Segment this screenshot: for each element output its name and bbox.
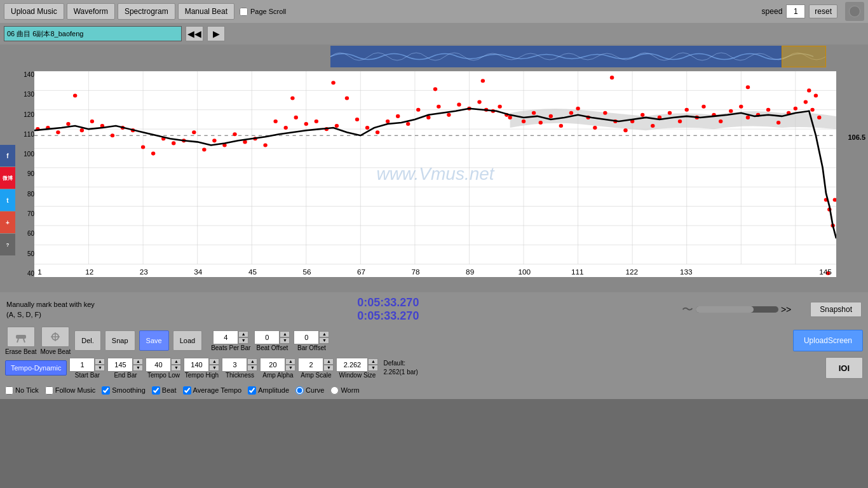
svg-point-66 <box>416 108 420 112</box>
tempo-high-group: ▲ ▼ Tempo High <box>184 358 219 379</box>
amp-scale-label: Amp Scale <box>301 372 331 379</box>
window-size-up[interactable]: ▲ <box>368 358 378 365</box>
average-tempo-checkbox[interactable] <box>183 386 191 395</box>
tempo-low-down[interactable]: ▼ <box>171 365 181 371</box>
svg-point-65 <box>406 122 410 126</box>
amp-alpha-down[interactable]: ▼ <box>285 365 295 371</box>
end-bar-input[interactable] <box>107 358 133 372</box>
curve-radio[interactable] <box>295 386 304 395</box>
move-beat-button[interactable] <box>41 327 69 347</box>
beat-checkbox[interactable] <box>152 386 160 395</box>
upload-music-button[interactable]: Upload Music <box>4 3 64 20</box>
amp-alpha-input[interactable] <box>260 358 285 372</box>
load-button[interactable]: Load <box>173 330 202 351</box>
page-scroll-checkbox[interactable] <box>240 8 248 16</box>
skip-back-button[interactable]: ◀◀ <box>186 26 203 41</box>
end-bar-down[interactable]: ▼ <box>133 365 143 371</box>
snap-button[interactable]: Snap <box>105 330 135 351</box>
help-social-icon[interactable]: ? <box>0 234 15 255</box>
amp-scale-down[interactable]: ▼ <box>323 365 334 371</box>
amp-scale-input[interactable] <box>298 358 323 372</box>
svg-point-54 <box>294 116 298 119</box>
svg-point-68 <box>437 105 440 109</box>
svg-point-64 <box>396 114 400 118</box>
svg-text:133: 133 <box>680 268 693 276</box>
svg-point-63 <box>386 119 390 123</box>
worm-radio[interactable] <box>330 386 339 395</box>
bar-offset-down[interactable]: ▼ <box>319 337 329 344</box>
twitter-icon[interactable]: t <box>0 189 15 211</box>
amp-alpha-up[interactable]: ▲ <box>285 358 295 365</box>
svg-point-105 <box>766 108 770 112</box>
y-label-60: 60 <box>15 230 34 237</box>
beats-per-bar-label: Beats Per Bar <box>211 344 250 351</box>
tempo-low-input[interactable] <box>146 358 171 372</box>
beat-offset-down[interactable]: ▼ <box>280 337 290 344</box>
reset-button[interactable]: reset <box>809 4 837 18</box>
erase-beat-label: Erase Beat <box>5 348 36 355</box>
y-label-140: 140 <box>15 71 34 78</box>
follow-music-label: Follow Music <box>55 386 96 394</box>
beats-per-bar-up[interactable]: ▲ <box>238 331 248 337</box>
no-tick-checkbox[interactable] <box>5 386 13 395</box>
thickness-input[interactable] <box>222 358 247 372</box>
start-bar-down[interactable]: ▼ <box>95 365 105 371</box>
amp-scale-up[interactable]: ▲ <box>323 358 334 365</box>
facebook-icon[interactable]: f <box>0 145 15 166</box>
upload-screen-button[interactable]: UploadScreen <box>793 330 863 351</box>
window-size-input[interactable] <box>336 358 368 372</box>
social-icons: f 微博 t + ? <box>0 145 15 255</box>
svg-point-119 <box>73 93 77 97</box>
svg-point-91 <box>641 113 644 117</box>
follow-music-checkbox[interactable] <box>45 386 53 395</box>
tempo-high-down[interactable]: ▼ <box>209 365 219 371</box>
snapshot-button[interactable]: Snapshot <box>810 302 862 317</box>
amplitude-checkbox[interactable] <box>248 386 256 395</box>
weibo-icon[interactable]: 微博 <box>0 167 15 189</box>
tempo-low-up[interactable]: ▲ <box>171 358 181 365</box>
svg-point-60 <box>355 118 359 121</box>
beat-offset-label: Beat Offset <box>256 344 288 351</box>
tempo-dynamic-button[interactable]: Tempo-Dynamic <box>5 360 67 376</box>
audio-fast-forward-icon: >> <box>781 304 791 315</box>
svg-point-70 <box>457 103 461 107</box>
start-bar-input[interactable] <box>69 358 95 372</box>
ioi-button[interactable]: IOI <box>825 357 863 379</box>
del-button[interactable]: Del. <box>74 330 101 351</box>
bar-offset-input[interactable] <box>294 330 319 344</box>
save-button[interactable]: Save <box>139 330 169 351</box>
play-button[interactable]: ▶ <box>207 26 225 41</box>
svg-text:122: 122 <box>625 268 638 276</box>
svg-text:100: 100 <box>518 268 531 276</box>
beat-offset-input[interactable] <box>254 330 280 344</box>
volume-slider[interactable] <box>696 306 778 313</box>
y-label-70: 70 <box>15 210 34 217</box>
plus-icon[interactable]: + <box>0 212 15 233</box>
beats-per-bar-down[interactable]: ▼ <box>238 337 248 344</box>
waveform-button[interactable]: Waveform <box>67 3 115 20</box>
tempo-high-up[interactable]: ▲ <box>209 358 219 365</box>
smoothing-checkbox[interactable] <box>102 386 110 395</box>
thickness-down[interactable]: ▼ <box>247 365 257 371</box>
bar-offset-group: ▲ ▼ Bar Offset <box>294 330 329 351</box>
start-bar-up[interactable]: ▲ <box>95 358 105 365</box>
svg-line-141 <box>17 339 18 342</box>
window-size-down[interactable]: ▼ <box>368 365 378 371</box>
svg-point-98 <box>702 105 705 109</box>
erase-beat-button[interactable] <box>7 327 35 347</box>
manual-beat-button[interactable]: Manual Beat <box>178 3 234 20</box>
svg-text:111: 111 <box>571 268 584 276</box>
beat-offset-up[interactable]: ▲ <box>280 331 290 337</box>
beats-per-bar-input[interactable] <box>213 330 238 344</box>
thickness-up[interactable]: ▲ <box>247 358 257 365</box>
end-bar-up[interactable]: ▲ <box>133 358 143 365</box>
beat-label: Beat <box>162 386 177 394</box>
waveform-canvas[interactable] <box>330 46 826 67</box>
spectrogram-button[interactable]: Spectrogram <box>118 3 175 20</box>
bar-offset-up[interactable]: ▲ <box>319 331 329 337</box>
tempo-high-input[interactable] <box>184 358 209 372</box>
svg-point-87 <box>603 111 607 115</box>
window-size-label: Window Size <box>339 372 376 379</box>
speed-input[interactable]: 1 <box>786 4 805 18</box>
file-name-input[interactable] <box>4 26 182 41</box>
